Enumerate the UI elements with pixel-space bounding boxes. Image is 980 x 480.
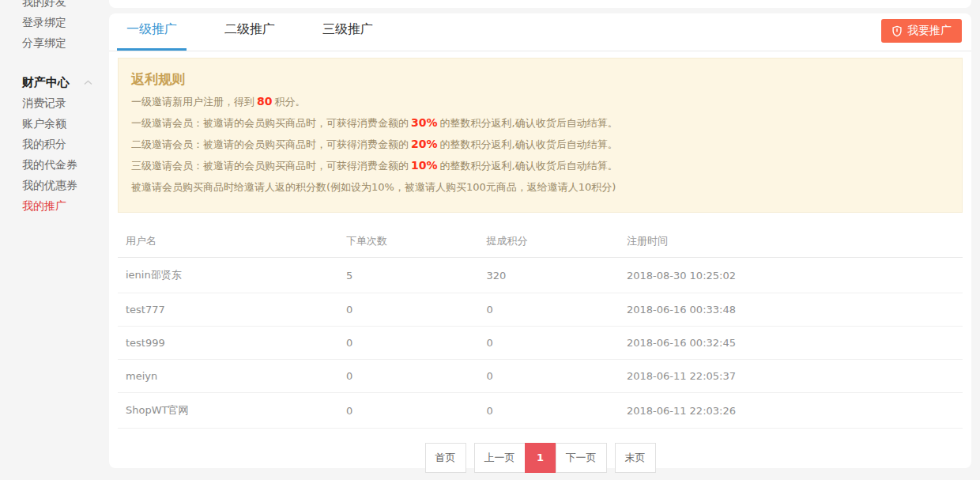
previous-panel-bottom xyxy=(109,0,971,8)
rule-text: 积分。 xyxy=(274,96,305,108)
cell-order-count: 0 xyxy=(338,293,478,327)
rules-title: 返利规则 xyxy=(131,67,949,91)
cell-order-count: 0 xyxy=(338,327,478,360)
column-header-order-count: 下单次数 xyxy=(338,225,478,258)
cell-register-time: 2018-06-16 00:33:48 xyxy=(619,293,963,327)
sidebar-item-my-promotion[interactable]: 我的推广 xyxy=(22,195,109,216)
cell-register-time: 2018-06-11 22:03:26 xyxy=(619,393,963,429)
rebate-rules-box: 返利规则 一级邀请新用户注册，得到80积分。 一级邀请会员：被邀请的会员购买商品… xyxy=(118,58,963,213)
rule-line: 一级邀请新用户注册，得到80积分。 xyxy=(131,91,949,112)
rule-highlight: 10% xyxy=(409,159,440,172)
rule-text: 一级邀请会员：被邀请的会员购买商品时，可获得消费金额的 xyxy=(131,117,409,129)
cell-username: meiyn xyxy=(118,360,338,393)
rule-text: 二级邀请会员：被邀请的会员购买商品时，可获得消费金额的 xyxy=(131,138,409,150)
cell-username: ienin邵贤东 xyxy=(118,258,338,293)
sidebar-item-my-points[interactable]: 我的积分 xyxy=(22,134,109,154)
cell-order-count: 0 xyxy=(338,360,478,393)
sidebar-item-consume-records[interactable]: 消费记录 xyxy=(22,93,109,113)
tab-bar: 一级推广 二级推广 三级推广 我要推广 xyxy=(109,13,971,51)
rule-text: 的整数积分返利,确认收货后自动结算。 xyxy=(440,117,618,129)
sidebar-item-share-binding[interactable]: 分享绑定 xyxy=(22,32,109,53)
promotion-table: 用户名 下单次数 提成积分 注册时间 ienin邵贤东 5 320 2018-0… xyxy=(118,225,963,429)
rule-text: 三级邀请会员：被邀请的会员购买商品时，可获得消费金额的 xyxy=(131,160,409,172)
rule-line: 三级邀请会员：被邀请的会员购买商品时，可获得消费金额的10%的整数积分返利,确认… xyxy=(131,155,949,176)
chevron-up-icon xyxy=(84,80,92,85)
pagination-first-button[interactable]: 首页 xyxy=(425,443,466,473)
rule-highlight: 20% xyxy=(409,138,440,150)
rule-line: 被邀请会员购买商品时给邀请人返的积分数(例如设为10%，被邀请人购买100元商品… xyxy=(131,176,949,198)
rule-text: 一级邀请新用户注册，得到 xyxy=(131,96,254,108)
rule-text: 的整数积分返利,确认收货后自动结算。 xyxy=(440,160,618,172)
pagination-last-button[interactable]: 末页 xyxy=(615,443,656,473)
table-row: test777 0 0 2018-06-16 00:33:48 xyxy=(118,293,963,327)
sidebar: 我的好友 登录绑定 分享绑定 财产中心 消费记录 账户余额 我的积分 我的代金券… xyxy=(0,0,109,216)
pagination: 首页 上一页 1 下一页 末页 xyxy=(109,443,971,473)
promote-button-label: 我要推广 xyxy=(907,24,952,38)
cell-register-time: 2018-06-16 00:32:45 xyxy=(619,327,963,360)
promotion-panel: 一级推广 二级推广 三级推广 我要推广 返利规则 一级邀请新用户注册，得到80积… xyxy=(109,13,971,468)
rule-line: 一级邀请会员：被邀请的会员购买商品时，可获得消费金额的30%的整数积分返利,确认… xyxy=(131,112,949,134)
column-header-register-time: 注册时间 xyxy=(619,225,963,258)
sidebar-item-login-binding[interactable]: 登录绑定 xyxy=(22,12,109,32)
cell-commission-points: 0 xyxy=(478,393,618,429)
table-row: ShopWT官网 0 0 2018-06-11 22:03:26 xyxy=(118,393,963,429)
cell-commission-points: 0 xyxy=(478,327,618,360)
sidebar-item-my-vouchers[interactable]: 我的代金券 xyxy=(22,154,109,175)
table-row: meiyn 0 0 2018-06-11 22:05:37 xyxy=(118,360,963,393)
sidebar-item-my-coupons[interactable]: 我的优惠券 xyxy=(22,175,109,195)
pagination-current-page[interactable]: 1 xyxy=(525,443,556,473)
tab-level2-promotion[interactable]: 二级推广 xyxy=(215,13,285,51)
cell-commission-points: 0 xyxy=(478,360,618,393)
sidebar-item-account-balance[interactable]: 账户余额 xyxy=(22,113,109,134)
cell-register-time: 2018-08-30 10:25:02 xyxy=(619,258,963,293)
pagination-prev-button[interactable]: 上一页 xyxy=(474,443,526,473)
rule-text: 的整数积分返利,确认收货后自动结算。 xyxy=(440,138,618,150)
sidebar-section-asset-center[interactable]: 财产中心 xyxy=(22,72,109,93)
tab-level1-promotion[interactable]: 一级推广 xyxy=(117,13,187,51)
sidebar-item-my-friends[interactable]: 我的好友 xyxy=(22,0,109,12)
cell-commission-points: 320 xyxy=(478,258,618,293)
cell-register-time: 2018-06-11 22:05:37 xyxy=(619,360,963,393)
i-want-to-promote-button[interactable]: 我要推广 xyxy=(881,19,962,43)
column-header-username: 用户名 xyxy=(118,225,338,258)
table-header-row: 用户名 下单次数 提成积分 注册时间 xyxy=(118,225,963,258)
shield-icon xyxy=(891,25,903,37)
cell-order-count: 5 xyxy=(338,258,478,293)
cell-order-count: 0 xyxy=(338,393,478,429)
rule-highlight: 80 xyxy=(254,95,274,108)
table-row: test999 0 0 2018-06-16 00:32:45 xyxy=(118,327,963,360)
tab-level3-promotion[interactable]: 三级推广 xyxy=(313,13,383,51)
rule-line: 二级邀请会员：被邀请的会员购买商品时，可获得消费金额的20%的整数积分返利,确认… xyxy=(131,134,949,155)
sidebar-section-label: 财产中心 xyxy=(22,72,70,93)
cell-username: ShopWT官网 xyxy=(118,393,338,429)
table-row: ienin邵贤东 5 320 2018-08-30 10:25:02 xyxy=(118,258,963,293)
cell-commission-points: 0 xyxy=(478,293,618,327)
rule-text: 被邀请会员购买商品时给邀请人返的积分数(例如设为10%，被邀请人购买100元商品… xyxy=(131,181,616,193)
cell-username: test999 xyxy=(118,327,338,360)
rule-highlight: 30% xyxy=(409,116,440,129)
cell-username: test777 xyxy=(118,293,338,327)
pagination-next-button[interactable]: 下一页 xyxy=(556,443,607,473)
column-header-commission-points: 提成积分 xyxy=(478,225,618,258)
